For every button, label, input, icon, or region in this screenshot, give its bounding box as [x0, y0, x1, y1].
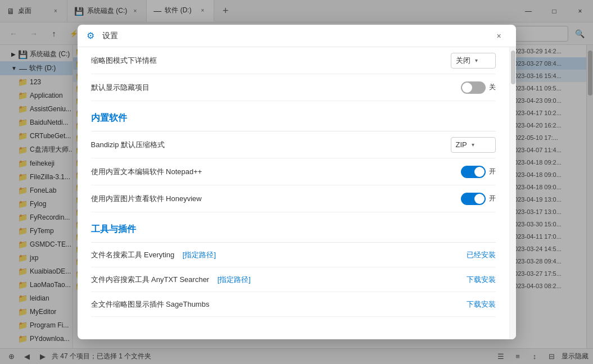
settings-dialog: ⚙ 设置 × 缩略图模式下详情框 关闭 ▾ 默认显示隐藏项目	[78, 25, 516, 339]
setting-bandizip: Bandizip 默认压缩格式 ZIP ▾	[91, 131, 496, 158]
dialog-scrollbar[interactable]	[509, 47, 516, 339]
honeyview-control: 开	[461, 193, 496, 205]
honeyview-toggle-label: 开	[489, 194, 496, 203]
dialog-titlebar: ⚙ 设置 ×	[78, 25, 516, 47]
chevron-down-icon-bandizip: ▾	[472, 142, 474, 148]
bandizip-select[interactable]: ZIP ▾	[451, 137, 496, 153]
honeyview-toggle[interactable]	[461, 193, 486, 205]
notepadpp-control: 开	[461, 166, 496, 178]
dialog-overlay: ⚙ 设置 × 缩略图模式下详情框 关闭 ▾ 默认显示隐藏项目	[0, 0, 593, 364]
sagethumbs-name: 全文件缩略图显示插件 SageThumbs	[91, 299, 462, 310]
sagethumbs-status[interactable]: 下载安装	[467, 299, 496, 310]
dialog-body: 缩略图模式下详情框 关闭 ▾ 默认显示隐藏项目 关	[78, 47, 516, 339]
section-builtin-software: 内置软件	[91, 101, 496, 131]
setting-thumbnail-detail: 缩略图模式下详情框 关闭 ▾	[91, 47, 496, 74]
bandizip-label: Bandizip 默认压缩格式	[91, 140, 444, 150]
tool-row-sagethumbs: 全文件缩略图显示插件 SageThumbs 下载安装	[91, 292, 496, 317]
notepadpp-toggle-label: 开	[489, 167, 496, 176]
tool-row-everything: 文件名搜索工具 Everyting [指定路径] 已经安装	[91, 243, 496, 267]
show-hidden-control: 关	[461, 81, 496, 94]
show-hidden-label: 默认显示隐藏项目	[91, 83, 454, 93]
everything-name: 文件名搜索工具 Everyting [指定路径]	[91, 250, 462, 260]
setting-show-hidden: 默认显示隐藏项目 关	[91, 74, 496, 101]
honeyview-label: 使用内置图片查看软件 Honeyview	[91, 194, 454, 204]
thumbnail-detail-value: 关闭	[456, 56, 470, 66]
settings-icon: ⚙	[87, 30, 98, 42]
anytxt-link[interactable]: [指定路径]	[218, 275, 251, 284]
dialog-scroll-thumb[interactable]	[511, 51, 515, 84]
setting-honeyview: 使用内置图片查看软件 Honeyview 开	[91, 185, 496, 212]
dialog-close-button[interactable]: ×	[491, 28, 507, 44]
anytxt-name: 文件内容搜索工具 AnyTXT Searcher [指定路径]	[91, 275, 462, 285]
dialog-content: 缩略图模式下详情框 关闭 ▾ 默认显示隐藏项目 关	[78, 47, 509, 339]
anytxt-status[interactable]: 下载安装	[467, 275, 496, 285]
show-hidden-toggle[interactable]	[461, 81, 486, 94]
section-tools-plugins: 工具与插件	[91, 212, 496, 243]
show-hidden-toggle-label: 关	[489, 83, 496, 92]
thumbnail-detail-label: 缩略图模式下详情框	[91, 56, 444, 66]
setting-notepadpp: 使用内置文本编辑软件 Notepad++ 开	[91, 158, 496, 185]
toggle-knob-notepadpp	[474, 167, 485, 177]
toggle-knob-hidden	[462, 83, 472, 93]
bandizip-value: ZIP	[456, 140, 467, 149]
thumbnail-detail-select[interactable]: 关闭 ▾	[451, 53, 496, 69]
notepadpp-label: 使用内置文本编辑软件 Notepad++	[91, 167, 454, 177]
thumbnail-detail-control: 关闭 ▾	[451, 53, 496, 69]
dialog-title: 设置	[102, 31, 118, 41]
chevron-down-icon-thumbnail: ▾	[475, 57, 478, 63]
toggle-knob-honeyview	[474, 194, 485, 204]
bandizip-control: ZIP ▾	[451, 137, 496, 153]
everything-status[interactable]: 已经安装	[467, 250, 496, 260]
tool-row-anytxt: 文件内容搜索工具 AnyTXT Searcher [指定路径] 下载安装	[91, 267, 496, 292]
everything-link[interactable]: [指定路径]	[183, 251, 216, 259]
notepadpp-toggle[interactable]	[461, 166, 486, 178]
